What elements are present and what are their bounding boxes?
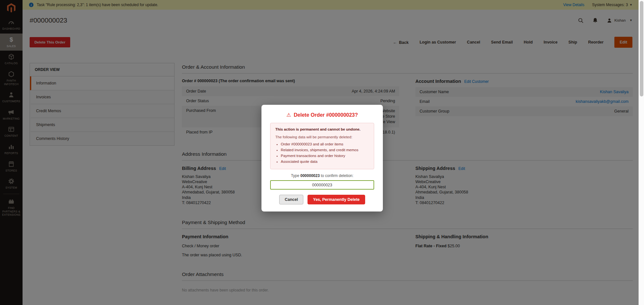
list-item: Order #000000023 and all order items <box>281 142 369 147</box>
confirm-delete-button[interactable]: Yes, Permanently Delete <box>308 195 365 204</box>
confirm-instruction: Type 000000023 to confirm deletion: <box>270 173 374 178</box>
scrollbar-thumb[interactable] <box>640 1 643 96</box>
confirm-deletion-input[interactable] <box>270 180 374 190</box>
delete-order-modal: ⚠ Delete Order #000000023? This action i… <box>261 105 383 212</box>
warning-intro-text: The following data will be permanently d… <box>275 135 369 140</box>
warning-box: This action is permanent and cannot be u… <box>270 123 374 169</box>
warning-bullet-list: Order #000000023 and all order items Rel… <box>275 142 369 164</box>
page-scrollbar[interactable] <box>639 0 644 305</box>
warning-icon: ⚠ <box>286 112 291 118</box>
modal-title: ⚠ Delete Order #000000023? <box>270 112 374 118</box>
list-item: Associated quote data <box>281 159 369 164</box>
list-item: Related invoices, shipments, and credit … <box>281 148 369 153</box>
list-item: Payment transactions and order history <box>281 153 369 159</box>
confirm-order-number: 000000023 <box>300 173 320 178</box>
warning-strong-text: This action is permanent and cannot be u… <box>275 127 369 132</box>
modal-cancel-button[interactable]: Cancel <box>279 195 303 204</box>
